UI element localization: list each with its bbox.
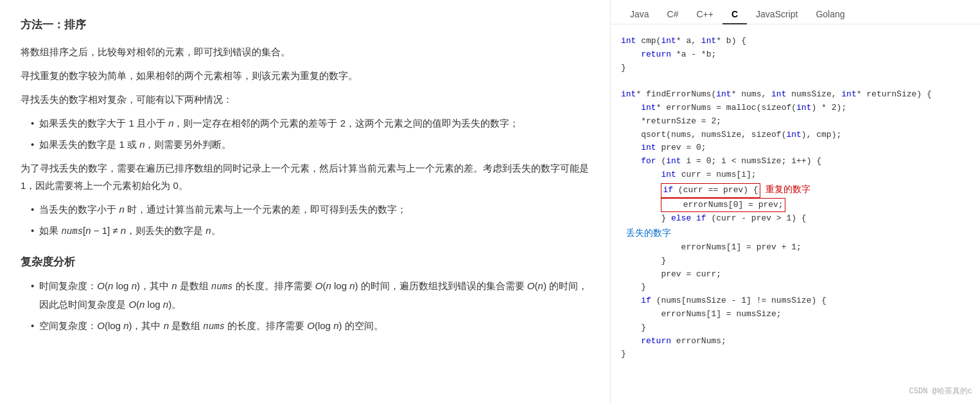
bullet-item-1-2: 如果丢失的数字是 1 或 n，则需要另外判断。 bbox=[21, 136, 590, 153]
code-line-19: if (nums[numsSize - 1] != numsSize) { bbox=[621, 294, 970, 308]
bullet-item-1-1: 如果丢失的数字大于 1 且小于 n，则一定存在相邻的两个元素的差等于 2，这两个… bbox=[21, 114, 590, 132]
code-line-22: return errorNums; bbox=[621, 335, 970, 348]
tab-csharp[interactable]: C# bbox=[658, 5, 688, 24]
code-area: int cmp(int* a, int* b) { return *a - *b… bbox=[611, 24, 980, 403]
bullet-item-2-2: 如果 nums[n − 1] ≠ n，则丢失的数字是 n。 bbox=[21, 222, 590, 240]
complexity-item-2: 空间复杂度：O(log n)，其中 n 是数组 nums 的长度。排序需要 O(… bbox=[21, 317, 590, 335]
code-line-11: int curr = nums[i]; bbox=[621, 168, 970, 182]
para4: 为了寻找丢失的数字，需要在遍历已排序数组的同时记录上一个元素，然后计算当前元素与… bbox=[21, 159, 590, 194]
method-title: 方法一：排序 bbox=[21, 15, 590, 35]
para1: 将数组排序之后，比较每对相邻的元素，即可找到错误的集合。 bbox=[21, 43, 590, 60]
tab-java[interactable]: Java bbox=[621, 5, 658, 24]
complexity-title: 复杂度分析 bbox=[21, 253, 590, 273]
para3: 寻找丢失的数字相对复杂，可能有以下两种情况： bbox=[21, 91, 590, 108]
complexity-list: 时间复杂度：O(n log n)，其中 n 是数组 nums 的长度。排序需要 … bbox=[21, 277, 590, 334]
code-line-21: } bbox=[621, 321, 970, 335]
watermark: CSDN @哈茶真的c bbox=[909, 386, 972, 398]
code-line-6: int* errorNums = malloc(sizeof(int) * 2)… bbox=[621, 102, 970, 115]
code-line-10: for (int i = 0; i < numsSize; i++) { bbox=[621, 155, 970, 168]
code-line-14: } else if (curr - prev > 1) { bbox=[621, 212, 970, 226]
code-line-2: return *a - *b; bbox=[621, 48, 970, 62]
para2: 寻找重复的数字较为简单，如果相邻的两个元素相等，则该元素为重复的数字。 bbox=[21, 67, 590, 84]
code-line-1: int cmp(int* a, int* b) { bbox=[621, 35, 970, 48]
tab-c[interactable]: C bbox=[722, 5, 747, 24]
code-line-20: errorNums[1] = numsSize; bbox=[621, 308, 970, 321]
code-line-16: } bbox=[621, 255, 970, 268]
tab-cpp[interactable]: C++ bbox=[687, 5, 722, 24]
code-line-7: *returnSize = 2; bbox=[621, 115, 970, 129]
tab-golang[interactable]: Golang bbox=[807, 5, 853, 24]
right-panel: Java C# C++ C JavaScript Golang int cmp(… bbox=[610, 0, 980, 403]
code-line-8: qsort(nums, numsSize, sizeof(int), cmp); bbox=[621, 129, 970, 142]
tab-javascript[interactable]: JavaScript bbox=[747, 5, 807, 24]
bullet-list-1: 如果丢失的数字大于 1 且小于 n，则一定存在相邻的两个元素的差等于 2，这两个… bbox=[21, 114, 590, 153]
code-line-5: int* findErrorNums(int* nums, int numsSi… bbox=[621, 88, 970, 102]
bullet-item-2-1: 当丢失的数字小于 n 时，通过计算当前元素与上一个元素的差，即可得到丢失的数字； bbox=[21, 201, 590, 218]
code-line-18: } bbox=[621, 281, 970, 294]
bullet-list-2: 当丢失的数字小于 n 时，通过计算当前元素与上一个元素的差，即可得到丢失的数字；… bbox=[21, 201, 590, 240]
code-line-17: prev = curr; bbox=[621, 268, 970, 282]
code-line-9: int prev = 0; bbox=[621, 141, 970, 155]
left-panel: 方法一：排序 将数组排序之后，比较每对相邻的元素，即可找到错误的集合。 寻找重复… bbox=[0, 0, 610, 403]
complexity-item-1: 时间复杂度：O(n log n)，其中 n 是数组 nums 的长度。排序需要 … bbox=[21, 277, 590, 312]
code-line-12: if (curr == prev) {重复的数字 bbox=[621, 182, 970, 198]
language-tabs: Java C# C++ C JavaScript Golang bbox=[611, 0, 980, 24]
code-line-13: errorNums[0] = prev; bbox=[621, 198, 970, 213]
code-line-23: } bbox=[621, 348, 970, 361]
code-line-4 bbox=[621, 75, 970, 88]
code-line-15: errorNums[1] = prev + 1; bbox=[621, 241, 970, 255]
code-line-3: } bbox=[621, 62, 970, 75]
